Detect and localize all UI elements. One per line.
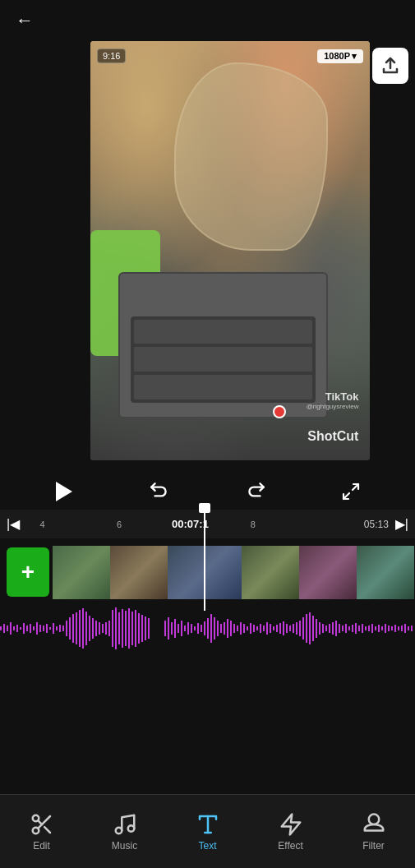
svg-rect-3 [3,624,5,633]
svg-rect-98 [329,624,330,633]
nav-item-text[interactable]: Text [166,806,249,858]
svg-rect-34 [105,622,107,635]
nav-item-effect[interactable]: Effect [249,806,332,858]
svg-rect-104 [348,626,350,630]
timeline-end-button[interactable]: ▶| [395,516,408,532]
svg-rect-25 [76,612,77,644]
undo-button[interactable] [143,475,176,508]
effect-icon [279,812,303,837]
svg-rect-58 [197,623,199,634]
svg-rect-17 [49,627,51,630]
clip-thumbnail-2[interactable] [110,546,168,599]
nav-label-music: Music [112,840,137,852]
svg-rect-4 [7,626,8,631]
svg-rect-102 [342,626,344,631]
share-button[interactable] [372,48,408,84]
nav-label-text: Text [198,840,216,852]
svg-rect-116 [388,626,390,631]
nav-item-music[interactable]: Music [83,806,166,858]
clip-thumbnail-5[interactable] [299,546,357,599]
playhead[interactable] [204,508,205,611]
svg-rect-45 [141,615,143,642]
clip-thumbnail-4[interactable] [242,546,299,599]
svg-rect-94 [316,619,317,638]
plus-icon: + [21,559,35,585]
tray-line-2 [134,347,313,372]
svg-rect-109 [365,626,367,630]
nav-item-edit[interactable]: Edit [0,806,83,858]
timeline-markers: 4 6 00:07:1 8 [23,510,357,538]
svg-rect-113 [378,625,380,632]
svg-rect-42 [131,612,133,645]
remove-watermark-button[interactable] [273,405,286,418]
video-bag-object [174,62,328,252]
svg-rect-14 [39,625,41,632]
svg-rect-91 [306,614,307,643]
svg-rect-80 [270,624,271,633]
svg-rect-108 [362,624,363,633]
header: ← [0,0,415,41]
svg-rect-82 [276,625,278,632]
svg-rect-27 [82,608,84,649]
svg-marker-133 [281,814,300,834]
svg-rect-59 [201,625,202,632]
redo-button[interactable] [239,475,272,508]
svg-rect-67 [227,619,228,638]
video-gray-tray [118,272,328,419]
edit-icon [30,812,54,837]
svg-rect-100 [335,621,337,636]
share-icon [380,56,400,76]
play-button[interactable] [48,475,81,508]
svg-rect-110 [368,626,370,631]
svg-rect-90 [302,617,304,639]
timeline-start-button[interactable]: |◀ [7,516,20,532]
svg-rect-43 [135,610,136,647]
timeline-marker-4: 4 [39,519,44,529]
svg-rect-40 [125,611,127,646]
add-clip-button[interactable]: + [7,547,49,597]
svg-rect-54 [184,626,186,631]
svg-rect-46 [145,616,146,640]
tiktok-handle: @rightguysreview [307,403,359,410]
waveform-svg [0,606,415,651]
fullscreen-button[interactable] [334,475,367,508]
svg-rect-66 [224,622,225,635]
video-tray-inner [131,316,316,403]
svg-rect-112 [375,626,376,630]
svg-line-128 [38,820,42,824]
tray-line-1 [134,320,313,344]
clip-thumbnail-1[interactable] [53,546,110,599]
timeline-bar: |◀ 4 6 00:07:1 8 05:13 ▶| [0,510,415,538]
video-preview: 9:16 1080P ▾ TikTok @rightguysreview Sho… [90,41,370,460]
nav-item-filter[interactable]: Filter [332,806,415,858]
shotcut-watermark: ShotCut [307,429,358,444]
music-icon [113,812,137,837]
svg-rect-118 [394,625,396,632]
svg-rect-122 [408,626,409,630]
svg-rect-48 [164,621,166,636]
resolution-badge[interactable]: 1080P ▾ [317,49,363,63]
svg-line-127 [44,827,50,833]
video-top-bar: 9:16 1080P ▾ [90,41,370,71]
svg-rect-37 [115,607,117,649]
svg-rect-28 [85,612,87,645]
clip-thumbnail-6[interactable] [357,546,414,599]
svg-rect-60 [204,621,205,635]
svg-rect-24 [72,614,74,643]
svg-rect-61 [207,618,209,639]
svg-rect-20 [59,625,61,632]
playhead-handle[interactable] [199,503,210,513]
tiktok-watermark: TikTok @rightguysreview [307,390,359,410]
svg-rect-89 [299,621,301,636]
resolution-arrow: ▾ [352,51,357,62]
svg-rect-72 [243,624,245,633]
svg-rect-71 [240,622,242,635]
back-button[interactable]: ← [10,6,39,35]
svg-rect-111 [371,624,373,633]
svg-rect-114 [381,626,383,630]
svg-rect-87 [293,624,294,633]
svg-rect-23 [69,617,71,639]
play-icon [56,482,72,501]
svg-rect-12 [33,626,35,630]
svg-rect-81 [273,626,274,630]
